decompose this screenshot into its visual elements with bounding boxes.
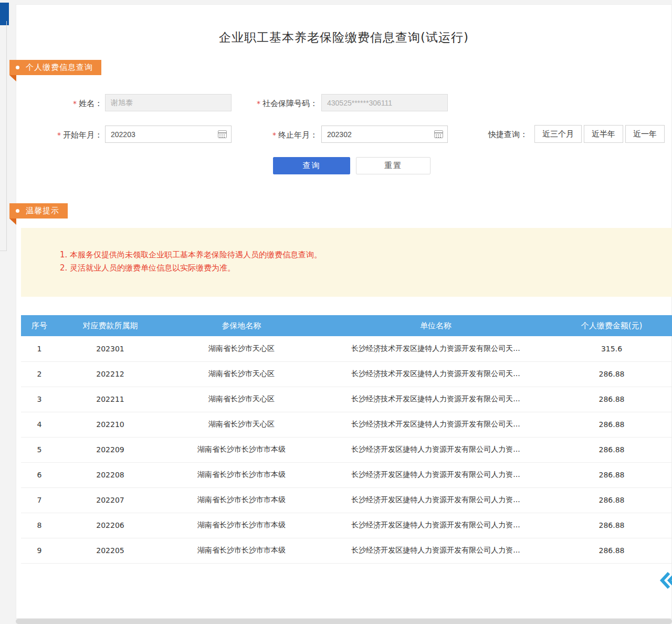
cell-company: 长沙经济技术开发区捷特人力资源开发有限公司天... <box>320 412 551 437</box>
cell-place: 湖南省长沙市天心区 <box>163 361 320 387</box>
cell-company: 长沙经济技术开发区捷特人力资源开发有限公司天... <box>320 336 551 361</box>
header-place: 参保地名称 <box>163 315 320 336</box>
quick-query-label: 快捷查询： <box>488 130 528 140</box>
header-seq: 序号 <box>21 315 58 336</box>
required-mark: * <box>57 131 61 139</box>
table-row: 6 202208 湖南省长沙市长沙市市本级 长沙经济开发区捷特人力资源开发有限公… <box>21 462 672 487</box>
cell-place: 湖南省长沙市长沙市市本级 <box>163 538 320 563</box>
calendar-icon[interactable] <box>434 130 443 138</box>
page: 企业职工基本养老保险缴费信息查询(试运行) 个人缴费信息查询 *姓名： *社会保… <box>0 0 672 624</box>
required-mark: * <box>272 131 276 139</box>
cell-company: 长沙经济开发区捷特人力资源开发有限公司人力资... <box>320 437 551 462</box>
cell-period: 202211 <box>58 387 163 412</box>
table-row: 4 202210 湖南省长沙市天心区 长沙经济技术开发区捷特人力资源开发有限公司… <box>21 412 672 437</box>
cell-seq: 4 <box>21 412 58 437</box>
tips-box: 1. 本服务仅提供尚未领取企业职工基本养老保险待遇人员的缴费信息查询。 2. 灵… <box>21 228 672 297</box>
cell-seq: 8 <box>21 513 58 538</box>
bottom-scrollbar-track <box>16 619 672 624</box>
cell-company: 长沙经济开发区捷特人力资源开发有限公司人力资... <box>320 513 551 538</box>
quick-btn-last-half-year[interactable]: 近半年 <box>584 125 623 143</box>
quick-btn-last-3-months[interactable]: 近三个月 <box>534 125 582 143</box>
cell-amount: 286.88 <box>551 462 672 487</box>
cell-seq: 9 <box>21 538 58 563</box>
header-company: 单位名称 <box>320 315 551 336</box>
start-month-label: *开始年月： <box>42 130 102 140</box>
cell-amount: 286.88 <box>551 487 672 513</box>
ssn-label: *社会保障号码： <box>236 99 318 109</box>
page-title: 企业职工基本养老保险缴费信息查询(试运行) <box>16 29 672 46</box>
table-row: 2 202212 湖南省长沙市天心区 长沙经济技术开发区捷特人力资源开发有限公司… <box>21 361 672 387</box>
cell-seq: 7 <box>21 487 58 513</box>
ssn-field[interactable] <box>321 94 448 111</box>
ribbon-fold <box>9 219 16 225</box>
cell-company: 长沙经济开发区捷特人力资源开发有限公司人力资... <box>320 538 551 563</box>
cell-seq: 5 <box>21 437 58 462</box>
double-chevron-left-icon[interactable] <box>657 569 672 591</box>
reset-button[interactable]: 重置 <box>356 157 430 174</box>
tip-line: 2. 灵活就业人员的缴费单位信息以实际缴费为准。 <box>60 262 672 275</box>
cell-period: 202210 <box>58 412 163 437</box>
cell-amount: 315.6 <box>551 336 672 361</box>
cell-period: 202205 <box>58 538 163 563</box>
cell-company: 长沙经济技术开发区捷特人力资源开发有限公司天... <box>320 361 551 387</box>
cell-place: 湖南省长沙市天心区 <box>163 387 320 412</box>
calendar-icon[interactable] <box>218 130 227 138</box>
cell-amount: 286.88 <box>551 513 672 538</box>
table-header-row: 序号 对应费款所属期 参保地名称 单位名称 个人缴费金额(元) <box>21 315 672 336</box>
cell-seq: 2 <box>21 361 58 387</box>
cell-period: 202301 <box>58 336 163 361</box>
table-row: 5 202209 湖南省长沙市长沙市市本级 长沙经济开发区捷特人力资源开发有限公… <box>21 437 672 462</box>
query-button[interactable]: 查询 <box>273 157 350 174</box>
end-month-field[interactable] <box>321 126 448 143</box>
payment-records-table: 序号 对应费款所属期 参保地名称 单位名称 个人缴费金额(元) 1 202301… <box>21 315 672 564</box>
cell-company: 长沙经济开发区捷特人力资源开发有限公司人力资... <box>320 487 551 513</box>
cell-seq: 3 <box>21 387 58 412</box>
cell-place: 湖南省长沙市长沙市市本级 <box>163 437 320 462</box>
section-badge-label: 个人缴费信息查询 <box>26 63 93 72</box>
cell-amount: 286.88 <box>551 437 672 462</box>
table-row: 8 202206 湖南省长沙市长沙市市本级 长沙经济开发区捷特人力资源开发有限公… <box>21 513 672 538</box>
quick-btn-last-year[interactable]: 近一年 <box>625 125 665 143</box>
cell-place: 湖南省长沙市长沙市市本级 <box>163 462 320 487</box>
header-amount: 个人缴费金额(元) <box>551 315 672 336</box>
cell-period: 202208 <box>58 462 163 487</box>
cell-company: 长沙经济技术开发区捷特人力资源开发有限公司天... <box>320 387 551 412</box>
cell-place: 湖南省长沙市天心区 <box>163 412 320 437</box>
tip-line: 1. 本服务仅提供尚未领取企业职工基本养老保险待遇人员的缴费信息查询。 <box>60 248 672 262</box>
table-row: 7 202207 湖南省长沙市长沙市市本级 长沙经济开发区捷特人力资源开发有限公… <box>21 487 672 513</box>
cell-amount: 286.88 <box>551 412 672 437</box>
cell-period: 202212 <box>58 361 163 387</box>
cell-place: 湖南省长沙市天心区 <box>163 336 320 361</box>
name-label: *姓名： <box>46 99 102 109</box>
table-row: 3 202211 湖南省长沙市天心区 长沙经济技术开发区捷特人力资源开发有限公司… <box>21 387 672 412</box>
start-month-field[interactable] <box>105 126 232 143</box>
cell-period: 202206 <box>58 513 163 538</box>
table-row: 1 202301 湖南省长沙市天心区 长沙经济技术开发区捷特人力资源开发有限公司… <box>21 336 672 361</box>
cell-place: 湖南省长沙市长沙市市本级 <box>163 487 320 513</box>
ribbon-fold <box>9 75 16 81</box>
cell-seq: 1 <box>21 336 58 361</box>
header-period: 对应费款所属期 <box>58 315 163 336</box>
quick-query-group: 近三个月 近半年 近一年 <box>534 125 665 143</box>
cell-amount: 286.88 <box>551 538 672 563</box>
section-badge-label: 温馨提示 <box>26 206 59 216</box>
required-mark: * <box>257 99 260 108</box>
cell-amount: 286.88 <box>551 361 672 387</box>
cell-period: 202207 <box>58 487 163 513</box>
required-mark: * <box>73 99 77 108</box>
cell-amount: 286.88 <box>551 387 672 412</box>
bullet-dot-icon <box>16 66 19 69</box>
table-row: 9 202205 湖南省长沙市长沙市市本级 长沙经济开发区捷特人力资源开发有限公… <box>21 538 672 563</box>
cell-place: 湖南省长沙市长沙市市本级 <box>163 513 320 538</box>
left-panel-border <box>0 21 7 251</box>
section-badge-personal-payment-query: 个人缴费信息查询 <box>9 60 101 75</box>
cell-period: 202209 <box>58 437 163 462</box>
bullet-dot-icon <box>16 209 19 213</box>
name-field[interactable] <box>105 94 232 111</box>
end-month-label: *终止年月： <box>260 130 318 140</box>
cell-company: 长沙经济开发区捷特人力资源开发有限公司人力资... <box>320 462 551 487</box>
cell-seq: 6 <box>21 462 58 487</box>
section-badge-tips: 温馨提示 <box>9 203 68 219</box>
